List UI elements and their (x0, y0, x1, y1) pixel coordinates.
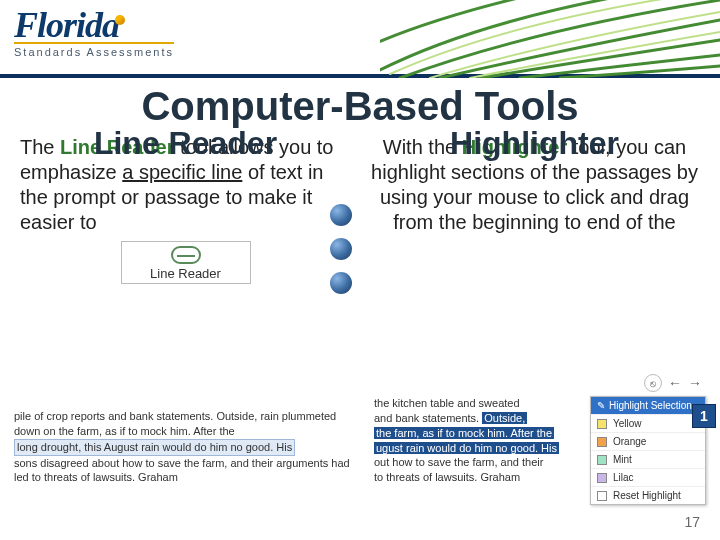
line-reader-button-demo: Line Reader (121, 241, 251, 284)
highlight-option-reset[interactable]: Reset Highlight (591, 486, 705, 504)
line-reader-underline: a specific line (122, 161, 242, 183)
arrow-right-icon[interactable]: → (688, 375, 702, 391)
column-highlighter: Highlighter With the Highlighter tool, y… (369, 127, 700, 284)
highlight-option-lilac[interactable]: Lilac (591, 468, 705, 486)
highlight-option-mint[interactable]: Mint (591, 450, 705, 468)
bullet-icon (330, 238, 352, 260)
line-reader-highlighted-line: long drought, this August rain would do … (14, 439, 295, 456)
highlight-selection: the farm, as if to mock him. After the (374, 427, 554, 439)
swatch-icon (597, 437, 607, 447)
line-reader-button-label: Line Reader (124, 266, 248, 281)
swatch-icon (597, 491, 607, 501)
line-reader-heading: Line Reader (20, 127, 351, 159)
page-number: 17 (684, 514, 700, 530)
highlighter-demo: ⎋ ← → the kitchen table and sweated and … (374, 374, 706, 485)
step-badge: 1 (692, 404, 716, 428)
highlight-option-orange[interactable]: Orange (591, 432, 705, 450)
slide-header: Florida Standards Assessments (0, 0, 720, 78)
highlighter-icon: ✎ (597, 400, 605, 411)
highlight-menu-header[interactable]: ✎ Highlight Selection (591, 397, 705, 414)
slide-title: Computer-Based Tools (0, 84, 720, 129)
column-line-reader: Line Reader The Line Reader tool allows … (20, 127, 351, 284)
sun-icon (115, 15, 125, 25)
highlight-selection: ugust rain would do him no good. His (374, 442, 559, 454)
highlighter-toolbar: ⎋ ← → (374, 374, 706, 392)
swatch-icon (597, 473, 607, 483)
arrow-left-icon[interactable]: ← (668, 375, 682, 391)
bullet-icon (330, 272, 352, 294)
highlight-selection: Outside, (482, 412, 527, 424)
highlighter-heading: Highlighter (369, 127, 700, 159)
swatch-icon (597, 455, 607, 465)
brand-logo: Florida Standards Assessments (14, 4, 174, 58)
passage-sample: pile of crop reports and bank statements… (14, 409, 354, 485)
line-reader-icon (171, 246, 201, 264)
highlight-option-yellow[interactable]: Yellow (591, 414, 705, 432)
palm-decoration (380, 0, 720, 78)
swatch-icon (597, 419, 607, 429)
brand-name: Florida (14, 4, 174, 46)
highlight-context-menu[interactable]: ✎ Highlight Selection Yellow Orange Mint… (590, 396, 706, 505)
escape-icon[interactable]: ⎋ (644, 374, 662, 392)
slide-title-bar: Computer-Based Tools (0, 84, 720, 129)
